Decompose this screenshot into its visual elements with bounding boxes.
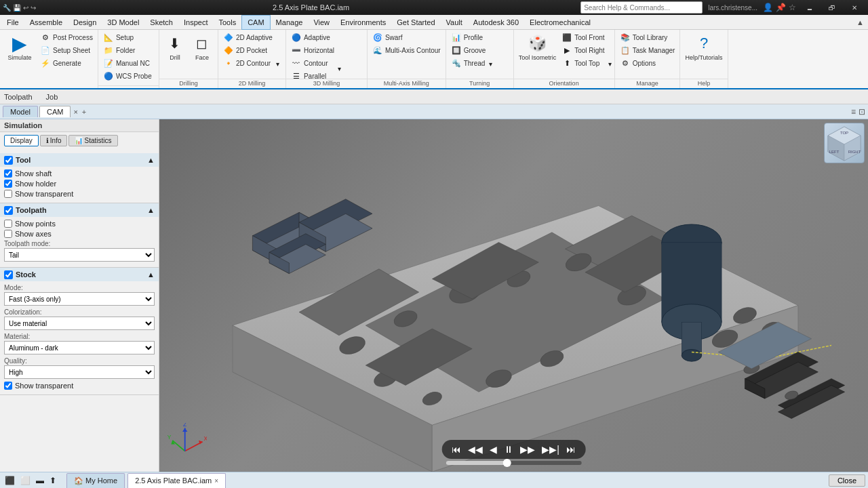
setup-button[interactable]: 📐 Setup bbox=[101, 31, 154, 43]
tool-isometric-button[interactable]: 🎲 Tool Isometric bbox=[517, 31, 559, 63]
drill-button[interactable]: ⬇ Drill bbox=[162, 31, 188, 63]
colorization-select[interactable]: Use material By operation By deviation bbox=[4, 317, 155, 330]
setup-sheet-button[interactable]: 📄 Setup Sheet bbox=[38, 44, 95, 56]
redo-icon[interactable]: ↪ bbox=[31, 4, 36, 12]
restore-button[interactable]: 🗗 bbox=[821, 0, 843, 15]
bottom-tab-home[interactable]: 🏠 My Home bbox=[66, 473, 125, 488]
task-manager-button[interactable]: 📋 Task Manager bbox=[618, 44, 677, 56]
orientation-dropdown-icon[interactable]: ▾ bbox=[608, 60, 612, 68]
playback-next[interactable]: ▶▶ bbox=[518, 443, 537, 456]
post-process-button[interactable]: ⚙ Post Process bbox=[38, 31, 95, 43]
material-select[interactable]: Aluminum - dark Steel Titanium bbox=[4, 341, 155, 354]
stock-section-checkbox[interactable] bbox=[4, 270, 13, 279]
mode-select[interactable]: Fast (3-axis only) Full Slow bbox=[4, 292, 155, 306]
show-shaft-checkbox[interactable] bbox=[4, 169, 12, 178]
folder-button[interactable]: 📁 Folder bbox=[101, 44, 154, 56]
simulate-button[interactable]: ▶ Simulate bbox=[3, 31, 37, 63]
wcs-probe-button[interactable]: 🔵 WCS Probe bbox=[101, 70, 154, 82]
progress-bar[interactable] bbox=[446, 461, 581, 465]
3d-milling-dropdown-icon[interactable]: ▾ bbox=[338, 65, 341, 73]
stock-transparent-checkbox[interactable] bbox=[4, 382, 12, 390]
menu-view[interactable]: View bbox=[308, 15, 335, 30]
tool-section-header[interactable]: Tool ▲ bbox=[0, 153, 159, 167]
show-holder-checkbox[interactable] bbox=[4, 180, 12, 188]
horizontal-button[interactable]: ➖ Horizontal bbox=[289, 44, 336, 56]
quick-save-icon[interactable]: 💾 bbox=[13, 4, 21, 12]
tool-section-checkbox[interactable] bbox=[4, 156, 13, 165]
bottom-icon-3[interactable]: ▬ bbox=[34, 475, 46, 486]
menu-electromechanical[interactable]: Electromechanical bbox=[524, 15, 596, 30]
menu-autodesk360[interactable]: Autodesk 360 bbox=[468, 15, 524, 30]
playback-step-back[interactable]: ◀◀ bbox=[466, 443, 485, 456]
toolpath-section-checkbox[interactable] bbox=[4, 206, 13, 215]
tool-top-button[interactable]: ⬆ Tool Top bbox=[559, 57, 606, 69]
playback-pause[interactable]: ⏸ bbox=[502, 443, 515, 456]
view-cube[interactable]: TOP LEFT RIGHT bbox=[824, 123, 865, 163]
menu-inspect[interactable]: Inspect bbox=[178, 15, 213, 30]
menu-file[interactable]: File bbox=[1, 15, 24, 30]
menu-design[interactable]: Design bbox=[68, 15, 102, 30]
star-icon[interactable]: ☆ bbox=[789, 3, 796, 12]
menu-environments[interactable]: Environments bbox=[335, 15, 391, 30]
adaptive-button[interactable]: 🔵 Adaptive bbox=[289, 31, 336, 43]
manual-nc-button[interactable]: 📝 Manual NC bbox=[101, 57, 154, 69]
show-axes-checkbox[interactable] bbox=[4, 230, 12, 238]
2d-adaptive-button[interactable]: 🔷 2D Adaptive bbox=[221, 31, 275, 43]
toolpath-mode-select[interactable]: Tail Line Dot bbox=[4, 248, 155, 262]
tab-model[interactable]: Model bbox=[3, 106, 38, 117]
help-tutorials-button[interactable]: ? Help/Tutorials bbox=[683, 31, 724, 63]
bottom-icon-2[interactable]: ⬜ bbox=[18, 475, 33, 486]
tool-right-button[interactable]: ▶ Tool Right bbox=[559, 44, 606, 56]
turning-dropdown-icon[interactable]: ▾ bbox=[489, 60, 492, 68]
playback-buttons[interactable]: ⏮ ◀◀ ◀ ⏸ ▶▶ ▶▶| ⏭ bbox=[441, 440, 586, 459]
show-points-checkbox[interactable] bbox=[4, 220, 12, 228]
2d-milling-dropdown-icon[interactable]: ▾ bbox=[276, 60, 279, 68]
bottom-icon-1[interactable]: ⬛ bbox=[3, 475, 17, 486]
pin-icon[interactable]: 📌 bbox=[776, 3, 786, 12]
user-icon[interactable]: 👤 bbox=[763, 3, 773, 12]
tool-library-button[interactable]: 📚 Tool Library bbox=[618, 31, 677, 43]
menu-cam[interactable]: CAM bbox=[241, 15, 270, 30]
menu-tools[interactable]: Tools bbox=[213, 15, 241, 30]
thread-button[interactable]: 🔩 Thread bbox=[449, 57, 488, 69]
contour-button[interactable]: 〰 Contour bbox=[289, 57, 336, 69]
playback-step-fwd[interactable]: ▶▶| bbox=[540, 443, 561, 456]
playback-controls[interactable]: ⏮ ◀◀ ◀ ⏸ ▶▶ ▶▶| ⏭ bbox=[441, 440, 586, 465]
menu-vault[interactable]: Vault bbox=[441, 15, 468, 30]
quality-select[interactable]: High Medium Low bbox=[4, 365, 155, 379]
options-button[interactable]: ⚙ Options bbox=[618, 57, 677, 69]
stock-section-header[interactable]: Stock ▲ bbox=[0, 268, 159, 281]
panel-collapse-icon[interactable]: ≡ bbox=[851, 107, 856, 117]
viewport[interactable]: TOP LEFT RIGHT X Y bbox=[159, 119, 868, 472]
sim-tab-info[interactable]: ℹInfo bbox=[40, 135, 68, 146]
menu-manage[interactable]: Manage bbox=[271, 15, 309, 30]
menu-get-started[interactable]: Get Started bbox=[391, 15, 440, 30]
3d-view[interactable]: TOP LEFT RIGHT X Y bbox=[159, 119, 868, 472]
menu-3dmodel[interactable]: 3D Model bbox=[102, 15, 144, 30]
file-tab-close[interactable]: × bbox=[214, 477, 218, 485]
undo-icon[interactable]: ↩ bbox=[23, 4, 28, 12]
sim-tab-display[interactable]: Display bbox=[4, 135, 39, 146]
bottom-tab-file[interactable]: 2.5 Axis Plate BAC.iam × bbox=[127, 473, 226, 488]
playback-prev[interactable]: ◀ bbox=[488, 443, 499, 456]
panel-resize-icon[interactable]: ⊡ bbox=[859, 107, 865, 117]
search-input[interactable] bbox=[580, 1, 703, 14]
2d-contour-button[interactable]: 🔸 2D Contour bbox=[221, 57, 275, 69]
playback-to-end[interactable]: ⏭ bbox=[564, 443, 578, 456]
groove-button[interactable]: 🔲 Groove bbox=[449, 44, 488, 56]
sim-tab-statistics[interactable]: 📊Statistics bbox=[68, 135, 117, 146]
2d-pocket-button[interactable]: 🔶 2D Pocket bbox=[221, 44, 275, 56]
tab-cam[interactable]: CAM bbox=[39, 106, 71, 117]
menu-sketch[interactable]: Sketch bbox=[144, 15, 178, 30]
tab-add[interactable]: + bbox=[78, 106, 90, 117]
swarf-button[interactable]: 🌀 Swarf bbox=[370, 31, 443, 43]
toolpath-section-header[interactable]: Toolpath ▲ bbox=[0, 203, 159, 217]
playback-to-start[interactable]: ⏮ bbox=[450, 443, 463, 456]
minimize-button[interactable]: 🗕 bbox=[799, 0, 821, 15]
ribbon-toggle[interactable]: ▲ bbox=[856, 18, 864, 26]
close-window-button[interactable]: ✕ bbox=[844, 0, 865, 15]
bottom-icon-4[interactable]: ⬆ bbox=[47, 475, 58, 486]
show-transparent-checkbox[interactable] bbox=[4, 190, 12, 198]
profile-button[interactable]: 📊 Profile bbox=[449, 31, 488, 43]
close-button[interactable]: Close bbox=[829, 474, 865, 487]
